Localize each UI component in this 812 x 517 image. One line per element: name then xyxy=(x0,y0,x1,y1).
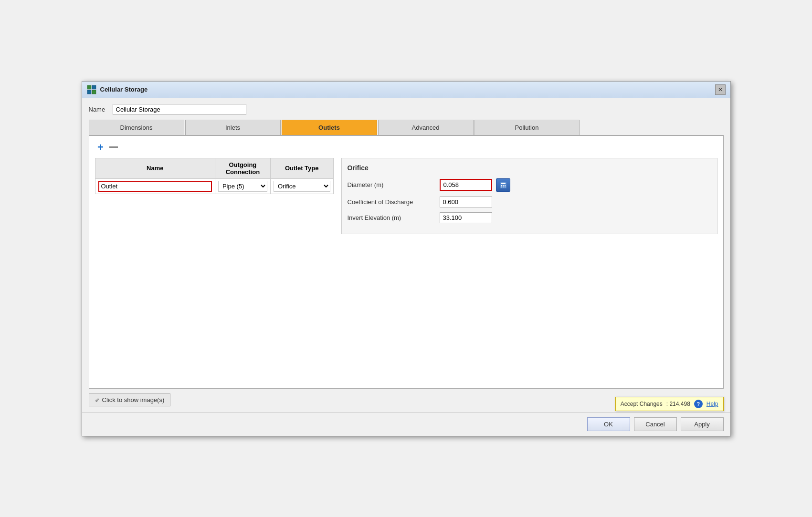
remove-outlet-button[interactable] xyxy=(109,146,118,148)
tooltip-text: Accept Changes xyxy=(621,401,663,407)
invert-input[interactable] xyxy=(440,212,492,223)
svg-rect-10 xyxy=(503,186,504,187)
discharge-label: Coefficient of Discharge xyxy=(348,198,436,206)
ok-button[interactable]: OK xyxy=(587,417,630,431)
dialog-body: Name Dimensions Inlets Outlets Advanced … xyxy=(82,98,730,412)
invert-label: Invert Elevation (m) xyxy=(348,214,436,221)
dialog-title: Cellular Storage xyxy=(100,86,148,93)
svg-rect-6 xyxy=(501,185,502,186)
cell-name xyxy=(95,178,215,194)
content-area: + Name OutgoingConnection Outlet Type xyxy=(89,136,724,389)
cell-connection: Pipe (5) Pipe (1) Pipe (2) Pipe (3) Pipe… xyxy=(215,178,270,194)
svg-rect-9 xyxy=(501,186,502,187)
tab-outlets[interactable]: Outlets xyxy=(282,120,377,135)
app-icon xyxy=(87,85,96,94)
close-button[interactable]: ✕ xyxy=(715,84,726,95)
cell-type: Orifice Weir Flap Gate xyxy=(270,178,333,194)
apply-button[interactable]: Apply xyxy=(681,417,724,431)
table-row: Pipe (5) Pipe (1) Pipe (2) Pipe (3) Pipe… xyxy=(95,178,333,194)
cancel-button[interactable]: Cancel xyxy=(634,417,677,431)
orifice-panel: Orifice Diameter (m) xyxy=(341,158,717,234)
cellular-storage-dialog: Cellular Storage ✕ Name Dimensions Inlet… xyxy=(82,81,731,436)
col-header-name: Name xyxy=(95,158,215,178)
diameter-row: Diameter (m) xyxy=(348,178,711,192)
outlets-grid: Name OutgoingConnection Outlet Type xyxy=(95,158,717,234)
col-header-connection: OutgoingConnection xyxy=(215,158,270,178)
add-outlet-button[interactable]: + xyxy=(95,142,106,153)
tab-pollution[interactable]: Pollution xyxy=(475,120,580,135)
svg-rect-7 xyxy=(503,185,504,186)
name-row: Name xyxy=(89,104,724,115)
bottom-bar: Accept Changes : 214.498 ? Help OK Cance… xyxy=(82,412,730,436)
outlet-connection-select[interactable]: Pipe (5) Pipe (1) Pipe (2) Pipe (3) Pipe… xyxy=(218,181,267,192)
outlets-table: Name OutgoingConnection Outlet Type xyxy=(95,158,334,194)
diameter-label: Diameter (m) xyxy=(348,181,436,188)
name-input[interactable] xyxy=(113,104,246,115)
diameter-calc-button[interactable] xyxy=(496,178,510,192)
svg-rect-5 xyxy=(501,183,506,184)
orifice-title: Orifice xyxy=(348,164,711,172)
help-icon[interactable]: ? xyxy=(694,400,703,408)
show-images-chevron-icon: ⇙ xyxy=(95,397,99,403)
help-label[interactable]: Help xyxy=(707,401,718,407)
name-label: Name xyxy=(89,106,108,113)
svg-rect-2 xyxy=(87,90,91,94)
outlets-table-container: Name OutgoingConnection Outlet Type xyxy=(95,158,334,234)
svg-rect-8 xyxy=(505,185,506,186)
accept-changes-tooltip: Accept Changes : 214.498 ? Help xyxy=(615,397,724,411)
toolbar: + xyxy=(95,142,717,153)
show-images-button[interactable]: ⇙ Click to show image(s) xyxy=(89,393,171,406)
diameter-input[interactable] xyxy=(440,179,492,191)
tab-dimensions[interactable]: Dimensions xyxy=(89,120,184,135)
title-bar: Cellular Storage ✕ xyxy=(82,82,730,98)
discharge-row: Coefficient of Discharge xyxy=(348,196,711,207)
outlet-name-input[interactable] xyxy=(98,181,212,192)
outlet-type-select[interactable]: Orifice Weir Flap Gate xyxy=(274,181,330,192)
tab-advanced[interactable]: Advanced xyxy=(378,120,474,135)
show-images-label: Click to show image(s) xyxy=(102,396,165,403)
invert-row: Invert Elevation (m) xyxy=(348,212,711,223)
tab-inlets[interactable]: Inlets xyxy=(185,120,281,135)
svg-rect-3 xyxy=(92,90,96,94)
tabs: Dimensions Inlets Outlets Advanced Pollu… xyxy=(89,120,724,136)
svg-rect-1 xyxy=(92,85,96,89)
title-bar-left: Cellular Storage xyxy=(87,85,148,94)
discharge-input[interactable] xyxy=(440,196,492,207)
calculator-icon xyxy=(499,181,507,189)
svg-rect-0 xyxy=(87,85,91,89)
tooltip-value: : 214.498 xyxy=(666,401,690,407)
svg-rect-11 xyxy=(505,186,506,187)
col-header-type: Outlet Type xyxy=(270,158,333,178)
